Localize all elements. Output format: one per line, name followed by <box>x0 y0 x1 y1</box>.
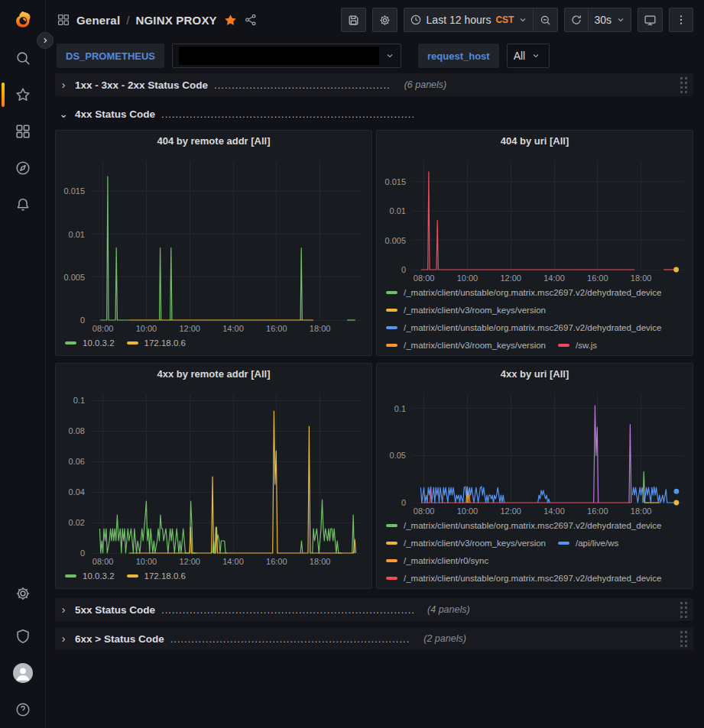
legend-item[interactable]: /_matrix/client/v3/room_keys/version <box>386 537 546 549</box>
monitor-icon <box>644 14 657 27</box>
kebab-menu-button[interactable] <box>669 8 693 32</box>
grafana-logo-icon <box>13 10 33 30</box>
panel-4xx-by-remote-addr: 4xx by remote addr [All] 00.020.040.060.… <box>55 363 372 589</box>
legend-item[interactable]: /_matrix/client/v3/room_keys/version <box>386 339 546 351</box>
sidebar-item-explore[interactable] <box>0 150 45 186</box>
star-icon <box>15 86 31 103</box>
time-series-plot[interactable]: 00.0050.010.01508:0010:0012:0014:0016:00… <box>56 152 371 335</box>
chevron-right-icon <box>41 37 49 44</box>
svg-text:08:00: 08:00 <box>414 273 435 283</box>
svg-text:14:00: 14:00 <box>543 506 565 516</box>
svg-text:08:00: 08:00 <box>92 324 114 333</box>
refresh-button[interactable] <box>564 8 589 32</box>
legend-item[interactable]: /_matrix/client/unstable/org.matrix.msc2… <box>386 519 662 532</box>
gear-icon <box>378 14 391 27</box>
variable-selected-value: All <box>514 50 526 62</box>
row-title: 6xx > Status Code <box>75 633 164 645</box>
svg-text:10:00: 10:00 <box>457 273 479 283</box>
svg-text:10:00: 10:00 <box>136 324 157 333</box>
refresh-controls: 30s <box>564 8 631 32</box>
legend-series-swatch <box>65 341 76 345</box>
panel-title[interactable]: 4xx by uri [All] <box>377 364 693 385</box>
legend: /_matrix/client/unstable/org.matrix.msc2… <box>377 285 693 355</box>
legend-series-label: /api/live/ws <box>576 539 618 548</box>
breadcrumb-folder[interactable]: General <box>76 14 120 27</box>
compass-icon <box>15 160 31 176</box>
chevron-right-icon: › <box>58 603 69 616</box>
legend-item[interactable]: 10.0.3.2 <box>65 570 115 582</box>
zoom-out-icon <box>539 14 552 27</box>
legend-item[interactable]: /api/live/ws <box>558 537 618 549</box>
row-drag-handle[interactable] <box>680 631 687 647</box>
panel-title[interactable]: 4xx by remote addr [All] <box>56 364 371 385</box>
svg-text:0.05: 0.05 <box>390 451 406 460</box>
variable-label-ds-prometheus[interactable]: DS_PROMETHEUS <box>57 44 164 68</box>
dashboard-header: General / NGINX PROXY Last 12 hours CST <box>46 0 704 40</box>
dashboard-row-1xx[interactable]: › 1xx - 3xx - 2xx Status Code ..........… <box>55 73 693 96</box>
chevron-down-icon <box>518 15 527 24</box>
dashboard-row-6xx[interactable]: › 6xx > Status Code ....................… <box>55 627 693 650</box>
dashboard-settings-button[interactable] <box>372 8 397 32</box>
legend-item[interactable]: /_matrix/client/r0/sync <box>386 555 488 567</box>
sidebar-item-profile[interactable] <box>0 655 45 691</box>
sidebar-item-configuration[interactable] <box>0 575 45 612</box>
svg-text:18:00: 18:00 <box>631 273 652 283</box>
time-series-plot[interactable]: 00.020.040.060.080.108:0010:0012:0014:00… <box>56 385 371 568</box>
refresh-interval-dropdown[interactable]: 30s <box>589 8 631 32</box>
sidebar-expand-button[interactable] <box>37 32 54 49</box>
breadcrumb-separator: / <box>126 14 129 27</box>
legend-series-swatch <box>386 344 397 347</box>
sidebar-item-alerting[interactable] <box>0 186 45 223</box>
grafana-logo[interactable] <box>0 0 45 40</box>
sidebar-item-help[interactable] <box>0 691 45 728</box>
legend-item[interactable]: /_matrix/client/unstable/org.matrix.msc2… <box>386 322 662 334</box>
legend-series-swatch <box>386 291 397 294</box>
zoom-out-time-button[interactable] <box>534 8 558 32</box>
legend-item[interactable]: /_matrix/client/v3/room_keys/version <box>386 304 546 316</box>
sidebar <box>0 0 46 728</box>
svg-text:0: 0 <box>401 265 406 274</box>
star-filled-icon[interactable] <box>223 13 238 28</box>
sidebar-item-server-admin[interactable] <box>0 618 45 655</box>
redacted-value <box>179 47 379 65</box>
svg-text:0.01: 0.01 <box>69 230 85 239</box>
row-drag-handle[interactable] <box>680 602 687 618</box>
legend-item[interactable]: /_matrix/client/unstable/org.matrix.msc2… <box>386 572 662 584</box>
variable-value-request-host[interactable]: All <box>507 44 550 68</box>
dashboard-row-5xx[interactable]: › 5xx Status Code ......................… <box>55 598 693 621</box>
legend-item[interactable]: /sw.js <box>558 339 597 351</box>
sidebar-item-dashboards[interactable] <box>0 113 45 150</box>
legend-item[interactable]: 172.18.0.6 <box>127 337 186 349</box>
legend-series-label: /_matrix/client/v3/room_keys/version <box>404 341 546 350</box>
svg-text:0.08: 0.08 <box>69 426 85 435</box>
legend-series-swatch <box>127 574 138 578</box>
svg-text:10:00: 10:00 <box>136 557 157 566</box>
legend-item[interactable]: 172.18.0.6 <box>127 570 186 582</box>
variable-label-request-host[interactable]: request_host <box>418 44 499 68</box>
time-series-plot[interactable]: 00.050.108:0010:0012:0014:0016:0018:00 <box>377 385 693 518</box>
share-icon[interactable] <box>244 13 258 27</box>
legend-series-swatch <box>127 341 138 345</box>
time-controls: Last 12 hours CST <box>404 8 559 32</box>
panel-title[interactable]: 404 by remote addr [All] <box>56 131 371 152</box>
legend-item[interactable]: 10.0.3.2 <box>65 337 115 349</box>
panel-title[interactable]: 404 by uri [All] <box>377 131 693 152</box>
legend-series-swatch <box>386 542 397 545</box>
time-range-label: Last 12 hours <box>427 14 492 26</box>
panel-404-by-remote-addr: 404 by remote addr [All] 00.0050.010.015… <box>55 130 372 356</box>
cycle-view-mode-button[interactable] <box>637 8 663 32</box>
legend-series-swatch <box>386 309 397 312</box>
dashboard-row-4xx[interactable]: ⌄ 4xx Status Code ......................… <box>55 102 693 125</box>
variable-value-ds-prometheus[interactable] <box>172 44 401 68</box>
legend-item[interactable]: /_matrix/client/unstable/org.matrix.msc2… <box>386 286 662 299</box>
time-range-picker[interactable]: Last 12 hours CST <box>404 8 534 32</box>
legend: /_matrix/client/unstable/org.matrix.msc2… <box>377 518 693 588</box>
row-drag-handle[interactable] <box>680 77 687 93</box>
save-dashboard-button[interactable] <box>341 8 366 32</box>
sidebar-item-starred[interactable] <box>0 76 45 113</box>
svg-text:14:00: 14:00 <box>222 324 244 333</box>
row-dotted-leader: ........................................… <box>214 79 391 91</box>
time-series-plot[interactable]: 00.0050.010.01508:0010:0012:0014:0016:00… <box>377 152 693 285</box>
chevron-down-icon <box>531 51 540 60</box>
kebab-menu-icon <box>675 14 687 26</box>
